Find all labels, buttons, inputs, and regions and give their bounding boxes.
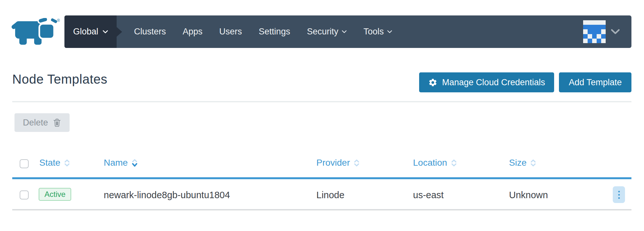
cell-name: newark-linode8gb-ubuntu1804 <box>104 190 230 200</box>
column-label: Name <box>104 158 128 168</box>
nav-items: Clusters Apps Users Settings Security To… <box>126 15 400 48</box>
column-label: State <box>39 158 60 168</box>
breadcrumb-arrow <box>117 27 122 37</box>
nav-item-label: Security <box>307 27 339 37</box>
nav-item-label: Users <box>219 27 242 37</box>
chevron-down-icon <box>387 30 392 33</box>
nav-item-label: Clusters <box>134 27 166 37</box>
column-header-name[interactable]: Name <box>104 158 137 168</box>
header-divider <box>12 101 631 102</box>
user-avatar <box>583 20 606 43</box>
cell-size: Unknown <box>509 190 548 200</box>
delete-button[interactable]: Delete <box>14 113 70 132</box>
chevron-down-icon <box>103 30 108 33</box>
chevron-down-icon <box>611 29 620 34</box>
column-header-size[interactable]: Size <box>509 158 536 168</box>
node-templates-page: ® Global Clusters Apps Users Settings <box>0 0 644 231</box>
sort-icon <box>64 160 70 166</box>
row-checkbox[interactable] <box>20 190 29 199</box>
nav-item-apps[interactable]: Apps <box>174 15 211 48</box>
sort-icon <box>451 160 457 166</box>
nav-item-tools[interactable]: Tools <box>355 15 400 48</box>
column-label: Size <box>509 158 526 168</box>
account-menu[interactable] <box>583 20 620 43</box>
column-label: Provider <box>316 158 350 168</box>
select-all-checkbox[interactable] <box>20 159 29 168</box>
table-header-rule <box>12 177 631 179</box>
global-menu[interactable]: Global <box>64 15 117 48</box>
add-template-button[interactable]: Add Template <box>559 72 631 92</box>
page-title: Node Templates <box>12 72 107 87</box>
kebab-dot <box>618 194 620 196</box>
cell-provider: Linode <box>316 190 344 200</box>
sort-icon-active-desc <box>132 159 137 167</box>
row-actions-menu-button[interactable] <box>613 186 625 203</box>
column-header-location[interactable]: Location <box>413 158 457 168</box>
nav-item-label: Settings <box>259 27 290 37</box>
nav-item-settings[interactable]: Settings <box>250 15 299 48</box>
trash-icon <box>53 118 61 127</box>
kebab-dot <box>618 197 620 199</box>
top-navbar: Global Clusters Apps Users Settings Secu… <box>64 15 631 48</box>
row-divider <box>12 209 631 210</box>
global-menu-label: Global <box>73 27 98 37</box>
manage-cloud-credentials-button[interactable]: Manage Cloud Credentials <box>419 72 554 92</box>
nav-item-clusters[interactable]: Clusters <box>126 15 174 48</box>
manage-cloud-credentials-label: Manage Cloud Credentials <box>442 78 545 88</box>
kebab-dot <box>618 191 620 192</box>
gear-icon <box>428 78 437 87</box>
status-badge: Active <box>39 188 71 201</box>
nav-item-security[interactable]: Security <box>299 15 355 48</box>
sort-icon <box>531 160 536 166</box>
nav-item-users[interactable]: Users <box>211 15 251 48</box>
rancher-cow-icon: ® <box>12 18 60 45</box>
column-header-provider[interactable]: Provider <box>316 158 359 168</box>
column-header-state[interactable]: State <box>39 158 70 168</box>
chevron-down-icon <box>342 30 347 33</box>
svg-text:®: ® <box>57 18 60 23</box>
nav-item-label: Apps <box>183 27 203 37</box>
delete-label: Delete <box>23 118 48 128</box>
rancher-logo[interactable]: ® <box>12 18 60 45</box>
sort-icon <box>354 160 359 166</box>
column-label: Location <box>413 158 447 168</box>
cell-location: us-east <box>413 190 444 200</box>
nav-item-label: Tools <box>363 27 384 37</box>
add-template-label: Add Template <box>569 78 622 88</box>
